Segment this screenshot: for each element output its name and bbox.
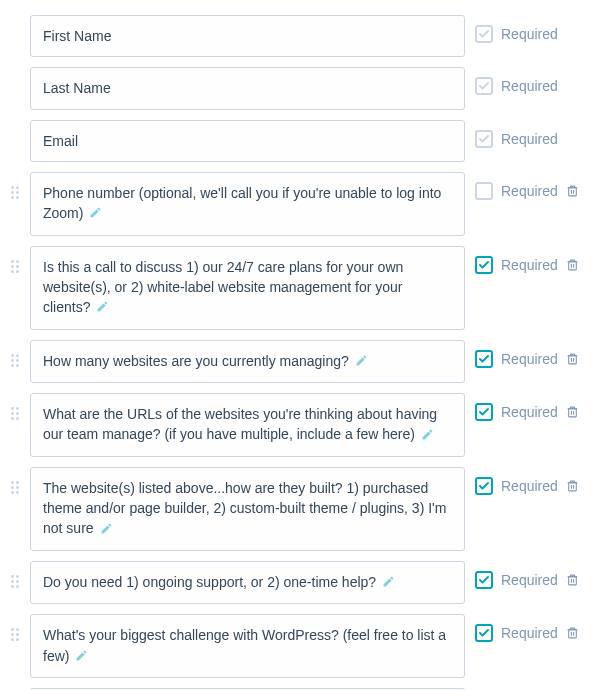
required-label: Required — [501, 78, 558, 94]
field-label: Last Name — [43, 80, 111, 96]
field-row: The website(s) listed above...how are th… — [10, 467, 590, 551]
field-controls: Required — [475, 467, 590, 495]
form-fields-list: First NameRequiredLast NameRequiredEmail… — [10, 15, 590, 690]
required-label: Required — [501, 478, 558, 494]
field-box[interactable]: How many websites are you currently mana… — [30, 340, 465, 383]
required-label: Required — [501, 183, 558, 199]
required-checkbox[interactable] — [475, 256, 493, 274]
drag-handle[interactable] — [10, 614, 20, 641]
field-label: Email — [43, 133, 78, 149]
field-label: First Name — [43, 28, 111, 44]
pencil-icon[interactable] — [96, 298, 109, 318]
field-controls: Required — [475, 246, 590, 274]
required-label: Required — [501, 625, 558, 641]
trash-icon[interactable] — [566, 352, 579, 366]
required-checkbox — [475, 77, 493, 95]
field-label: What are the URLs of the websites you're… — [43, 406, 437, 442]
field-row: First NameRequired — [10, 15, 590, 57]
field-controls: Required — [475, 393, 590, 421]
svg-rect-15 — [569, 577, 577, 585]
trash-icon[interactable] — [566, 405, 579, 419]
drag-handle[interactable] — [10, 561, 20, 588]
trash-icon[interactable] — [566, 479, 579, 493]
field-box[interactable]: Is this a call to discuss 1) our 24/7 ca… — [30, 246, 465, 330]
drag-handle[interactable] — [10, 393, 20, 420]
drag-handle[interactable] — [10, 340, 20, 367]
pencil-icon[interactable] — [100, 520, 113, 540]
trash-icon[interactable] — [566, 258, 579, 272]
field-row: Is this a call to discuss 1) our 24/7 ca… — [10, 246, 590, 330]
field-box[interactable]: What's your biggest challenge with WordP… — [30, 614, 465, 678]
svg-rect-9 — [569, 409, 577, 417]
svg-rect-12 — [569, 483, 577, 491]
field-row: EmailRequired — [10, 120, 590, 162]
required-checkbox[interactable] — [475, 571, 493, 589]
field-controls: Required — [475, 67, 590, 95]
required-checkbox[interactable] — [475, 350, 493, 368]
field-label: How many websites are you currently mana… — [43, 353, 349, 369]
required-checkbox[interactable] — [475, 182, 493, 200]
required-label: Required — [501, 351, 558, 367]
field-label: Do you need 1) ongoing support, or 2) on… — [43, 574, 376, 590]
field-row: Do you need 1) ongoing support, or 2) on… — [10, 561, 590, 604]
required-checkbox[interactable] — [475, 624, 493, 642]
required-checkbox[interactable] — [475, 403, 493, 421]
field-controls: Required — [475, 340, 590, 368]
trash-icon[interactable] — [566, 184, 579, 198]
field-box[interactable]: What are the URLs of the websites you're… — [30, 393, 465, 457]
required-label: Required — [501, 26, 558, 42]
field-row: What are the URLs of the websites you're… — [10, 393, 590, 457]
field-box[interactable]: Do you need 1) ongoing support, or 2) on… — [30, 561, 465, 604]
field-box[interactable]: The website(s) listed above...how are th… — [30, 467, 465, 551]
field-controls: Required — [475, 15, 590, 43]
field-controls: Required — [475, 172, 590, 200]
field-label: Phone number (optional, we'll call you i… — [43, 185, 441, 221]
field-box[interactable]: Email — [30, 120, 465, 162]
trash-icon[interactable] — [566, 626, 579, 640]
field-row: Phone number (optional, we'll call you i… — [10, 172, 590, 236]
pencil-icon[interactable] — [382, 573, 395, 593]
required-label: Required — [501, 131, 558, 147]
field-box[interactable]: First Name — [30, 15, 465, 57]
svg-rect-6 — [569, 355, 577, 363]
drag-handle[interactable] — [10, 172, 20, 199]
field-box[interactable]: Last Name — [30, 67, 465, 109]
required-checkbox — [475, 130, 493, 148]
field-label: What's your biggest challenge with WordP… — [43, 627, 446, 663]
trash-icon[interactable] — [566, 573, 579, 587]
pencil-icon[interactable] — [75, 647, 88, 667]
field-controls: Required — [475, 120, 590, 148]
required-label: Required — [501, 572, 558, 588]
required-label: Required — [501, 257, 558, 273]
drag-handle[interactable] — [10, 467, 20, 494]
svg-rect-3 — [569, 261, 577, 269]
drag-handle[interactable] — [10, 246, 20, 273]
field-box[interactable]: Phone number (optional, we'll call you i… — [30, 172, 465, 236]
required-checkbox — [475, 25, 493, 43]
pencil-icon[interactable] — [421, 426, 434, 446]
svg-rect-18 — [569, 630, 577, 638]
field-row: How many websites are you currently mana… — [10, 340, 590, 383]
required-checkbox[interactable] — [475, 477, 493, 495]
field-controls: Required — [475, 561, 590, 589]
pencil-icon[interactable] — [89, 204, 102, 224]
field-controls: Required — [475, 614, 590, 642]
field-row: Last NameRequired — [10, 67, 590, 109]
pencil-icon[interactable] — [355, 352, 368, 372]
field-row: What's your biggest challenge with WordP… — [10, 614, 590, 678]
svg-rect-0 — [569, 188, 577, 196]
required-label: Required — [501, 404, 558, 420]
